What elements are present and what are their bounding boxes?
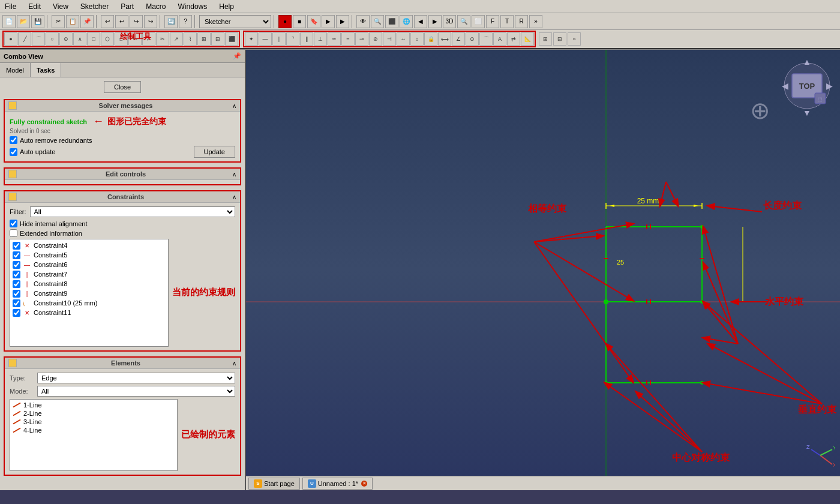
tb-record[interactable]: ● (278, 15, 292, 28)
menu-macro[interactable]: Macro (143, 1, 168, 12)
tb-view2[interactable]: 🔍 (371, 15, 384, 28)
c-sketch[interactable]: 📐 (521, 32, 534, 46)
c-horizontal-dist[interactable]: ↔ (397, 32, 410, 46)
tb-redo[interactable]: ↪ (130, 15, 143, 28)
c-horizontal-line[interactable]: — (259, 32, 272, 46)
tab-model[interactable]: Model (0, 63, 31, 77)
c-lock[interactable]: ⊣ (383, 32, 396, 46)
tb-views[interactable]: ⬜ (472, 15, 485, 28)
tb-view1[interactable]: 👁 (356, 15, 370, 28)
c-block[interactable]: ⊘ (369, 32, 382, 46)
list-item[interactable]: 3-Line (11, 418, 176, 426)
draw-ellipse[interactable]: ⊙ (59, 32, 73, 46)
tb-right[interactable]: R (515, 15, 528, 28)
draw-fillet[interactable]: ⌐ (142, 32, 155, 46)
list-item[interactable]: ✕Constraint4 (11, 241, 167, 250)
c-vertical-dist[interactable]: ↕ (410, 32, 424, 46)
tb-refresh[interactable]: 🔄 (164, 15, 178, 28)
tb-play2[interactable]: ▶ (336, 15, 349, 28)
tb-copy[interactable]: 📋 (66, 15, 79, 28)
draw-rect[interactable]: □ (87, 32, 100, 46)
list-item[interactable]: |Constraint7 (11, 269, 167, 279)
menu-help[interactable]: Help (217, 1, 236, 12)
tb-redo2[interactable]: ↪ (144, 15, 157, 28)
draw-line[interactable]: ╱ (18, 32, 31, 46)
tab-tasks[interactable]: Tasks (31, 63, 61, 77)
solver-collapse-icon[interactable]: ∧ (232, 103, 236, 109)
constraints-header[interactable]: Constraints ∧ (5, 191, 240, 203)
tb-open[interactable]: 📂 (17, 15, 30, 28)
tb-bookmark[interactable]: 🔖 (307, 15, 320, 28)
tb-help[interactable]: ? (179, 15, 192, 28)
tb-front[interactable]: F (486, 15, 499, 28)
list-item[interactable]: |Constraint9 (11, 289, 167, 298)
type-select[interactable]: Edge Vertex (37, 373, 235, 383)
solver-header[interactable]: Solver messages ∧ (5, 100, 240, 112)
draw-external[interactable]: ⊞ (197, 32, 211, 46)
tb-undo2[interactable]: ↩ (115, 15, 128, 28)
tb-play[interactable]: ▶ (322, 15, 335, 28)
tb-nav-fwd[interactable]: ▶ (428, 15, 442, 28)
edit-controls-collapse[interactable]: ∧ (232, 171, 236, 178)
auto-remove-checkbox[interactable] (10, 136, 17, 144)
menu-part[interactable]: Part (118, 1, 136, 12)
tab-unnamed[interactable]: U Unnamed : 1* ✕ (302, 478, 373, 490)
elements-list[interactable]: 1-Line 2-Line 3-Line (10, 399, 178, 471)
edit-controls-header[interactable]: Edit controls ∧ (5, 169, 240, 180)
tb-save[interactable]: 💾 (31, 15, 44, 28)
tb-top[interactable]: T (500, 15, 514, 28)
close-button[interactable]: Close (104, 81, 141, 93)
elements-collapse[interactable]: ∧ (232, 360, 236, 367)
tb-zoom[interactable]: 🔍 (457, 15, 470, 28)
draw-arc[interactable]: ⌒ (32, 32, 45, 46)
c-rename[interactable]: A (493, 32, 506, 46)
c-angle[interactable]: ∠ (452, 32, 465, 46)
tb-extra2[interactable]: ⊟ (553, 32, 566, 46)
draw-carbon[interactable]: ⊟ (211, 32, 224, 46)
tb-extra3[interactable]: » (568, 32, 581, 46)
c-lock2[interactable]: 🔒 (424, 32, 437, 46)
list-item[interactable]: |Constraint8 (11, 279, 167, 289)
list-item[interactable]: ✕Constraint11 (11, 308, 167, 317)
list-item[interactable]: —Constraint5 (11, 250, 167, 260)
mode-select[interactable]: All Normal (37, 386, 235, 397)
tb-cut[interactable]: ✂ (52, 15, 65, 28)
tb-extra1[interactable]: ⊞ (539, 32, 552, 46)
tab-start-page[interactable]: S Start page (248, 478, 300, 490)
c-perpendicular[interactable]: ⊥ (314, 32, 327, 46)
canvas-area[interactable]: 25 mm 25 (246, 50, 840, 490)
update-button[interactable]: Update (194, 146, 235, 158)
c-constrain-dist[interactable]: ⟷ (438, 32, 451, 46)
extended-info-checkbox[interactable] (10, 229, 17, 237)
menu-windows[interactable]: Windows (176, 1, 210, 12)
constraint-list[interactable]: ✕Constraint4 —Constraint5 —Constraint6 |… (10, 239, 169, 347)
tb-view4[interactable]: 🌐 (400, 15, 413, 28)
c-coincident[interactable]: ✦ (245, 32, 258, 46)
tb-nav-back[interactable]: ◀ (414, 15, 427, 28)
tb-stop[interactable]: ■ (293, 15, 306, 28)
auto-update-checkbox[interactable] (10, 148, 17, 156)
draw-create-face[interactable]: ⬛ (225, 32, 238, 46)
elements-header[interactable]: Elements ∧ (5, 358, 240, 369)
draw-circle[interactable]: ○ (46, 32, 59, 46)
c-vertical-line[interactable]: | (272, 32, 286, 46)
list-item[interactable]: 2-Line (11, 409, 176, 418)
draw-slot[interactable]: ⬭ (115, 32, 128, 46)
constraints-collapse[interactable]: ∧ (232, 194, 236, 200)
draw-trim[interactable]: ✂ (156, 32, 169, 46)
list-item[interactable]: 1-Line (11, 401, 176, 409)
tb-more[interactable]: » (529, 15, 542, 28)
workbench-select[interactable]: Sketcher (199, 15, 271, 28)
c-radius[interactable]: ⊙ (466, 32, 479, 46)
tb-paste[interactable]: 📌 (80, 15, 94, 28)
c-chamfer[interactable]: ⌒ (479, 32, 493, 46)
viewport-cube[interactable]: TOP ▲ ▼ ◀ ▶ ⬚ (780, 56, 834, 128)
c-symmetric[interactable]: ⊸ (355, 32, 368, 46)
draw-extend[interactable]: ↗ (170, 32, 183, 46)
hide-internal-checkbox[interactable] (10, 220, 17, 227)
draw-split[interactable]: ⌇ (184, 32, 197, 46)
list-item[interactable]: /Constraint10 (25 mm) (11, 298, 167, 308)
tb-new[interactable]: 📄 (2, 15, 16, 28)
list-item[interactable]: —Constraint6 (11, 260, 167, 269)
tb-view3[interactable]: ⬛ (385, 15, 398, 28)
